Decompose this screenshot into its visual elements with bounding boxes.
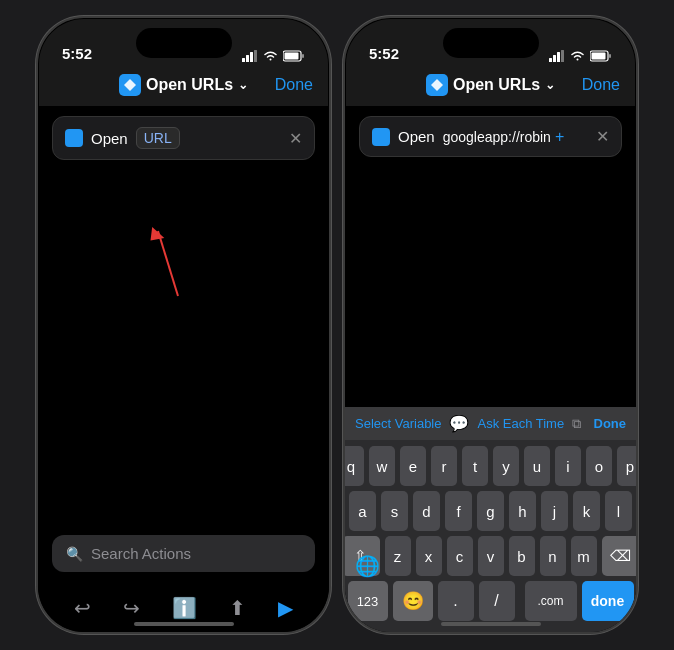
dynamic-island-right [443,28,539,58]
key-y[interactable]: y [493,446,519,486]
phones-container: 5:52 [36,16,638,634]
svg-rect-11 [557,52,560,62]
clear-icon-right[interactable]: ✕ [596,127,609,146]
undo-icon[interactable]: ↩ [74,596,91,620]
phone-left: 5:52 [36,16,331,634]
wifi-icon-right [570,50,585,62]
bottom-toolbar-left: ↩ ↪ ℹ️ ⬆ ▶ [38,596,329,620]
svg-line-7 [158,231,178,296]
svg-rect-12 [561,50,564,62]
nav-chevron-left: ⌄ [238,78,248,92]
shortcuts-icon [123,78,137,92]
url-plus-icon[interactable]: + [555,128,564,146]
nav-done-right[interactable]: Done [582,76,620,94]
key-e[interactable]: e [400,446,426,486]
key-z[interactable]: z [385,536,411,576]
key-o[interactable]: o [586,446,612,486]
svg-rect-2 [250,52,253,62]
key-v[interactable]: v [478,536,504,576]
home-indicator-right [441,622,541,626]
play-icon[interactable]: ▶ [278,596,293,620]
svg-rect-9 [549,58,552,62]
status-icons-left [242,50,305,62]
svg-rect-15 [592,53,606,60]
svg-rect-10 [553,55,556,62]
shortcuts-icon-right [430,78,444,92]
key-w[interactable]: w [369,446,395,486]
share-icon[interactable]: ⬆ [229,596,246,620]
num-key[interactable]: 123 [348,581,388,621]
key-row-3: ⇧ z x c v b n m ⌫ [349,536,632,576]
key-x[interactable]: x [416,536,442,576]
kb-done-btn[interactable]: Done [594,416,627,431]
arrow-annotation [148,221,208,305]
svg-marker-8 [148,225,164,240]
search-bar-left[interactable]: 🔍 Search Actions [52,535,315,572]
signal-icon [242,50,258,62]
phone-content-right: Open googleapp://robin + ✕ Select Variab… [345,106,636,632]
key-k[interactable]: k [573,491,600,531]
status-icons-right [549,50,612,62]
key-p[interactable]: p [617,446,638,486]
dot-key[interactable]: . [438,581,474,621]
ask-each-time-btn[interactable]: Ask Each Time [477,416,564,431]
battery-icon [283,50,305,62]
redo-icon[interactable]: ↪ [123,596,140,620]
key-r[interactable]: r [431,446,457,486]
clear-icon-left[interactable]: ✕ [289,129,302,148]
emoji-key[interactable]: 😊 [393,581,433,621]
key-i[interactable]: i [555,446,581,486]
select-variable-btn[interactable]: Select Variable [355,416,441,431]
nav-bar-left: Open URLs ⌄ Done [38,68,329,102]
keyboard-area: Select Variable 💬 Ask Each Time ⧉ Done q… [345,407,636,632]
info-icon[interactable]: ℹ️ [172,596,197,620]
phone-right: 5:52 [343,16,638,634]
key-l[interactable]: l [605,491,632,531]
app-icon-right [426,74,448,96]
keyboard-toolbar: Select Variable 💬 Ask Each Time ⧉ Done [345,407,636,440]
url-pill-left[interactable]: URL [136,127,180,149]
svg-rect-1 [246,55,249,62]
delete-key[interactable]: ⌫ [602,536,639,576]
action-label-left: Open [91,130,128,147]
nav-title-right: Open URLs ⌄ [426,74,555,96]
slash-key[interactable]: / [479,581,515,621]
status-time-left: 5:52 [62,45,92,62]
phone-content-left: Open URL ✕ 🔍 Search Actions ↩ ↪ ℹ️ [38,106,329,632]
key-s[interactable]: s [381,491,408,531]
url-value-text[interactable]: googleapp://robin [443,129,551,145]
globe-icon[interactable]: 🌐 [355,554,380,578]
wifi-icon [263,50,278,62]
svg-rect-6 [285,53,299,60]
url-value-container: googleapp://robin + [443,128,565,146]
key-row-2: a s d f g h j k l [349,491,632,531]
key-j[interactable]: j [541,491,568,531]
svg-rect-5 [302,54,304,58]
dynamic-island-left [136,28,232,58]
key-b[interactable]: b [509,536,535,576]
done-key[interactable]: done [582,581,634,621]
action-block-right: Open googleapp://robin + ✕ [359,116,622,157]
key-n[interactable]: n [540,536,566,576]
key-d[interactable]: d [413,491,440,531]
action-block-left: Open URL ✕ [52,116,315,160]
keyboard-rows: q w e r t y u i o p a s [345,440,636,632]
key-t[interactable]: t [462,446,488,486]
key-m[interactable]: m [571,536,597,576]
key-g[interactable]: g [477,491,504,531]
copy-icon: ⧉ [572,416,581,432]
key-f[interactable]: f [445,491,472,531]
nav-title-left: Open URLs ⌄ [119,74,248,96]
dotcom-key[interactable]: .com [525,581,577,621]
action-label-right: Open [398,128,435,145]
key-row-1: q w e r t y u i o p [349,446,632,486]
action-icon-left [65,129,83,147]
key-a[interactable]: a [349,491,376,531]
nav-done-left[interactable]: Done [275,76,313,94]
key-h[interactable]: h [509,491,536,531]
svg-rect-14 [609,54,611,58]
key-q[interactable]: q [343,446,364,486]
key-c[interactable]: c [447,536,473,576]
key-u[interactable]: u [524,446,550,486]
svg-rect-3 [254,50,257,62]
